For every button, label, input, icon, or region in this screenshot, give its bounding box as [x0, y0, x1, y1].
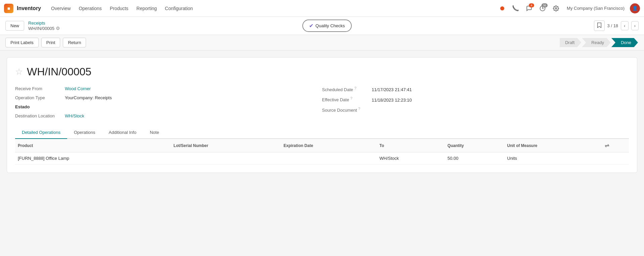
- next-record-button[interactable]: ›: [631, 21, 639, 30]
- prev-record-button[interactable]: ‹: [621, 21, 628, 30]
- col-settings: ⇌: [602, 139, 629, 152]
- status-step-done[interactable]: Done: [611, 38, 638, 47]
- print-button[interactable]: Print: [41, 38, 60, 47]
- status-step-draft[interactable]: Draft: [560, 38, 581, 47]
- phone-icon[interactable]: [510, 3, 521, 14]
- scheduled-date-help[interactable]: ?: [354, 86, 356, 90]
- form-left: Receive From Wood Corner Operation Type …: [15, 86, 322, 118]
- cell-lot-serial: [171, 152, 281, 164]
- estado-label: Estado: [15, 104, 62, 109]
- tab-additional-info[interactable]: Additional Info: [102, 126, 143, 139]
- receive-from-value[interactable]: Wood Corner: [65, 86, 91, 91]
- nav-icons: 4 36 My Company (San Francisco) 👤: [497, 3, 640, 14]
- tabs: Detailed Operations Operations Additiona…: [15, 126, 629, 139]
- status-bar: Print Labels Print Return Draft Ready Do…: [0, 35, 644, 50]
- clock-icon[interactable]: 36: [537, 3, 548, 14]
- receive-from-row: Receive From Wood Corner: [15, 86, 322, 91]
- avatar[interactable]: 👤: [630, 3, 640, 13]
- nav-item-products[interactable]: Products: [106, 4, 132, 13]
- record-title: WH/IN/00005: [27, 66, 91, 78]
- destination-location-row: Destination Location WH/Stock: [15, 113, 322, 118]
- cell-actions: [602, 152, 629, 164]
- estado-row: Estado: [15, 104, 322, 109]
- tab-operations[interactable]: Operations: [67, 126, 102, 139]
- red-dot-icon[interactable]: [497, 3, 508, 14]
- action-bar-right: 3 / 18 ‹ ›: [594, 21, 639, 31]
- cell-product: [FURN_8888] Office Lamp: [15, 152, 171, 164]
- quality-checks-button[interactable]: ✔ Quality Checks: [302, 20, 351, 32]
- record-gear-icon[interactable]: ⚙: [56, 26, 60, 31]
- operation-type-label: Operation Type: [15, 95, 62, 100]
- col-product: Product: [15, 139, 171, 152]
- tab-note[interactable]: Note: [143, 126, 166, 139]
- breadcrumb-current: WH/IN/00005: [28, 26, 54, 31]
- main-content: ☆ WH/IN/00005 Receive From Wood Corner O…: [0, 50, 644, 180]
- record-header: ☆ WH/IN/00005: [15, 66, 629, 78]
- favorite-icon[interactable]: ☆: [15, 67, 23, 77]
- breadcrumb: Receipts WH/IN/00005 ⚙: [28, 21, 60, 31]
- company-name: My Company (San Francisco): [567, 6, 625, 11]
- scheduled-date-value: 11/17/2023 21:47:41: [372, 87, 412, 92]
- operations-table-container: Product Lot/Serial Number Expiration Dat…: [15, 139, 629, 164]
- action-bar: New Receipts WH/IN/00005 ⚙ ✔ Quality Che…: [0, 17, 644, 35]
- effective-date-row: Effective Date ? 11/18/2023 12:23:10: [322, 96, 629, 102]
- app-logo[interactable]: ■: [4, 4, 13, 13]
- status-pipeline: Draft Ready Done: [560, 38, 639, 47]
- col-expiration-date: Expiration Date: [281, 139, 377, 152]
- status-step-ready[interactable]: Ready: [582, 38, 611, 47]
- nav-item-configuration[interactable]: Configuration: [162, 4, 196, 13]
- tab-detailed-operations[interactable]: Detailed Operations: [15, 126, 67, 139]
- cell-unit-of-measure: Units: [505, 152, 602, 164]
- form-fields: Receive From Wood Corner Operation Type …: [15, 86, 629, 118]
- col-lot-serial: Lot/Serial Number: [171, 139, 281, 152]
- source-document-row: Source Document ?: [322, 107, 629, 113]
- operation-type-value: YourCompany: Receipts: [65, 95, 112, 100]
- destination-location-value[interactable]: WH/Stock: [65, 113, 84, 118]
- cell-to: WH/Stock: [377, 152, 445, 164]
- app-name: Inventory: [17, 5, 41, 11]
- col-unit-of-measure: Unit of Measure: [505, 139, 602, 152]
- nav-item-operations[interactable]: Operations: [75, 4, 105, 13]
- return-button[interactable]: Return: [63, 38, 86, 47]
- nav-item-reporting[interactable]: Reporting: [133, 4, 160, 13]
- print-labels-button[interactable]: Print Labels: [5, 38, 39, 47]
- record-card: ☆ WH/IN/00005 Receive From Wood Corner O…: [7, 57, 637, 173]
- destination-location-label: Destination Location: [15, 113, 62, 118]
- operations-table: Product Lot/Serial Number Expiration Dat…: [15, 139, 629, 164]
- form-right: Scheduled Date ? 11/17/2023 21:47:41 Eff…: [322, 86, 629, 118]
- check-icon: ✔: [309, 23, 313, 29]
- bookmark-button[interactable]: [594, 21, 605, 31]
- col-quantity: Quantity: [445, 139, 504, 152]
- pagination-info: 3 / 18: [607, 23, 618, 28]
- chat-badge: 4: [529, 3, 534, 7]
- svg-point-0: [500, 6, 504, 10]
- table-row: [FURN_8888] Office Lamp WH/Stock 50.00 U…: [15, 152, 629, 164]
- settings-icon[interactable]: [551, 3, 561, 14]
- breadcrumb-parent[interactable]: Receipts: [28, 21, 60, 26]
- source-document-help[interactable]: ?: [358, 107, 360, 111]
- new-button[interactable]: New: [5, 21, 24, 31]
- cell-expiration-date: [281, 152, 377, 164]
- operation-type-row: Operation Type YourCompany: Receipts: [15, 95, 322, 100]
- col-to: To: [377, 139, 445, 152]
- effective-date-help[interactable]: ?: [350, 96, 352, 100]
- cell-quantity: 50.00: [445, 152, 504, 164]
- scheduled-date-row: Scheduled Date ? 11/17/2023 21:47:41: [322, 86, 629, 92]
- effective-date-value: 11/18/2023 12:23:10: [372, 98, 412, 103]
- source-document-label: Source Document ?: [322, 107, 369, 113]
- top-nav: ■ Inventory Overview Operations Products…: [0, 0, 644, 17]
- nav-item-overview[interactable]: Overview: [48, 4, 74, 13]
- effective-date-label: Effective Date ?: [322, 96, 369, 102]
- clock-badge: 36: [542, 3, 548, 7]
- scheduled-date-label: Scheduled Date ?: [322, 86, 369, 92]
- receive-from-label: Receive From: [15, 86, 62, 91]
- table-settings-icon[interactable]: ⇌: [605, 143, 609, 148]
- chat-icon[interactable]: 4: [524, 3, 534, 14]
